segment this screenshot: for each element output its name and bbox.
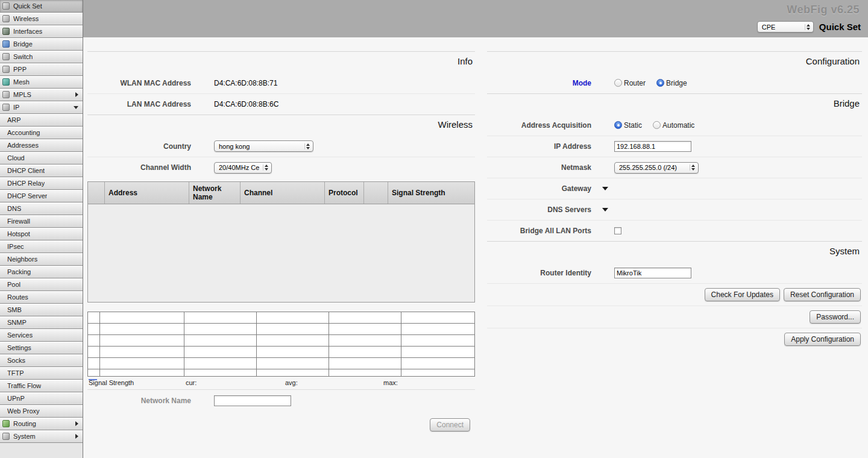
acq-option-static[interactable]: Static	[614, 121, 642, 130]
chevron-right-icon	[75, 434, 78, 439]
sidebar-item-ipsec[interactable]: IPsec	[0, 240, 83, 253]
sidebar-item-routes[interactable]: Routes	[0, 291, 83, 304]
section-header-bridge: Bridge	[487, 93, 862, 114]
sidebar-item-mesh[interactable]: Mesh	[0, 76, 83, 89]
section-header-info: Info	[87, 51, 475, 72]
country-row: Country hong kong	[87, 136, 475, 157]
router-identity-input[interactable]	[614, 268, 691, 278]
updates-reset-row: Check For Updates Reset Configuration	[487, 283, 862, 306]
sidebar-item-system[interactable]: System	[0, 430, 83, 443]
router-radio[interactable]	[614, 79, 622, 87]
chevron-right-icon	[75, 421, 78, 426]
channel-width-row: Channel Width 20/40MHz Ce	[87, 157, 475, 178]
mode-option-router[interactable]: Router	[614, 79, 646, 87]
scan-table-header: Address Network Name Channel Protocol Si…	[88, 182, 474, 204]
sidebar-item-web-proxy[interactable]: Web Proxy	[0, 405, 83, 418]
sidebar-item-bridge[interactable]: Bridge	[0, 38, 83, 51]
wireless-icon	[2, 15, 10, 22]
legend-avg: avg:	[285, 379, 298, 386]
sidebar-item-smb[interactable]: SMB	[0, 304, 83, 316]
select-arrows-icon	[690, 165, 696, 171]
wlan-mac-value: D4:CA:6D:08:8B:71	[214, 79, 277, 87]
routing-icon	[2, 420, 10, 427]
netmask-row: Netmask 255.255.255.0 (/24)	[487, 157, 862, 178]
gateway-expand-button[interactable]	[602, 187, 608, 190]
sidebar-item-dhcp-server[interactable]: DHCP Server	[0, 190, 83, 202]
scan-col-signal-strength: Signal Strength	[388, 182, 474, 204]
password-row: Password...	[487, 306, 862, 328]
sidebar-item-neighbors[interactable]: Neighbors	[0, 253, 83, 266]
legend-max: max:	[383, 379, 398, 386]
country-label: Country	[87, 142, 191, 151]
bridge-all-lan-ports-checkbox[interactable]	[614, 227, 621, 234]
sidebar-item-hotspot[interactable]: Hotspot	[0, 228, 83, 240]
apply-row: Apply Configuration	[487, 328, 862, 350]
sidebar-item-tftp[interactable]: TFTP	[0, 367, 83, 380]
network-name-input[interactable]	[214, 395, 291, 406]
lan-mac-row: LAN MAC Address D4:CA:6D:08:8B:6C	[87, 93, 475, 114]
automatic-radio[interactable]	[653, 121, 661, 129]
profile-select[interactable]: CPE	[757, 21, 814, 33]
netmask-label: Netmask	[487, 163, 591, 172]
ip-address-row: IP Address	[487, 136, 862, 157]
mode-row: Mode Router Bridge	[487, 72, 862, 93]
mode-option-bridge[interactable]: Bridge	[656, 79, 687, 87]
sidebar-item-upnp[interactable]: UPnP	[0, 392, 83, 405]
sidebar-item-ppp[interactable]: PPP	[0, 63, 83, 76]
sidebar-item-settings[interactable]: Settings	[0, 342, 83, 354]
dns-servers-expand-button[interactable]	[602, 208, 608, 212]
sidebar-item-interfaces[interactable]: Interfaces	[0, 25, 83, 38]
connect-button[interactable]: Connect	[430, 418, 470, 431]
scan-col-channel: Channel	[241, 182, 325, 204]
sidebar-item-dhcp-client[interactable]: DHCP Client	[0, 165, 83, 177]
sidebar-item-cloud[interactable]: Cloud	[0, 152, 83, 165]
sidebar-item-routing[interactable]: Routing	[0, 418, 83, 430]
sidebar-item-wireless[interactable]: Wireless	[0, 13, 83, 25]
network-name-label: Network Name	[87, 397, 191, 405]
connect-row: Connect	[87, 411, 475, 431]
static-radio[interactable]	[614, 121, 622, 129]
reset-configuration-button[interactable]: Reset Configuration	[784, 288, 861, 301]
sidebar-item-accounting[interactable]: Accounting	[0, 127, 83, 139]
sidebar-item-ip[interactable]: IP	[0, 101, 83, 114]
select-arrows-icon	[263, 165, 269, 171]
sidebar: Quick Set Wireless Interfaces Bridge Swi…	[0, 0, 83, 458]
sidebar-item-quick-set[interactable]: Quick Set	[0, 0, 83, 13]
acq-option-automatic[interactable]: Automatic	[653, 121, 694, 130]
channel-width-select[interactable]: 20/40MHz Ce	[214, 162, 272, 174]
page-title: Quick Set	[819, 22, 861, 32]
sidebar-item-arp[interactable]: ARP	[0, 114, 83, 127]
apply-configuration-button[interactable]: Apply Configuration	[784, 333, 861, 346]
ppp-icon	[2, 66, 10, 73]
sidebar-item-socks[interactable]: Socks	[0, 354, 83, 367]
sidebar-item-traffic-flow[interactable]: Traffic Flow	[0, 380, 83, 392]
sidebar-item-snmp[interactable]: SNMP	[0, 316, 83, 329]
sidebar-item-switch[interactable]: Switch	[0, 51, 83, 63]
sidebar-item-addresses[interactable]: Addresses	[0, 139, 83, 152]
main-content: Info WLAN MAC Address D4:CA:6D:08:8B:71 …	[83, 37, 868, 458]
password-button[interactable]: Password...	[810, 310, 861, 324]
mode-label: Mode	[487, 79, 591, 87]
check-for-updates-button[interactable]: Check For Updates	[705, 288, 780, 301]
bridge-radio[interactable]	[656, 79, 664, 87]
country-select[interactable]: hong kong	[214, 140, 313, 152]
sidebar-item-services[interactable]: Services	[0, 329, 83, 342]
legend-cur: cur:	[186, 379, 197, 386]
channel-width-label: Channel Width	[87, 163, 191, 172]
webfig-app: Quick Set Wireless Interfaces Bridge Swi…	[0, 0, 868, 458]
section-header-system: System	[487, 241, 862, 262]
netmask-select[interactable]: 255.255.255.0 (/24)	[614, 162, 699, 174]
left-column: Info WLAN MAC Address D4:CA:6D:08:8B:71 …	[87, 37, 475, 431]
app-version-label: WebFig v6.25	[787, 4, 860, 16]
ip-address-input[interactable]	[614, 141, 691, 152]
address-acquisition-row: Address Acquisition Static Automatic	[487, 114, 862, 136]
sidebar-item-packing[interactable]: Packing	[0, 266, 83, 278]
sidebar-item-pool[interactable]: Pool	[0, 278, 83, 291]
interfaces-icon	[2, 28, 10, 35]
sidebar-item-dhcp-relay[interactable]: DHCP Relay	[0, 177, 83, 190]
sidebar-item-dns[interactable]: DNS	[0, 202, 83, 215]
sidebar-item-firewall[interactable]: Firewall	[0, 215, 83, 228]
scan-col-protocol: Protocol	[325, 182, 364, 204]
select-arrows-icon	[304, 143, 311, 149]
sidebar-item-mpls[interactable]: MPLS	[0, 89, 83, 101]
